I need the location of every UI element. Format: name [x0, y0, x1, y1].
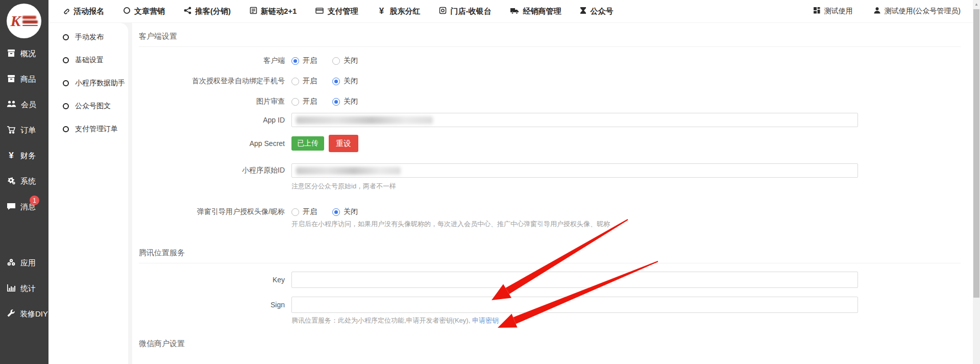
uploaded-button[interactable]: 已上传 [291, 136, 324, 151]
subnav-item-basic-settings[interactable]: 基础设置 [48, 48, 128, 71]
box-icon [7, 75, 16, 84]
radio-avatarpopup-on[interactable]: 开启 [291, 207, 317, 216]
nav-label: 股东分红 [389, 7, 420, 16]
sidebar-menu: 概况 商品 会员 订单 ¥ 财务 系统 消息 1 应用 [0, 41, 48, 327]
radio-bindphone-on[interactable]: 开启 [291, 77, 317, 86]
radio-icon[interactable] [332, 57, 340, 65]
sign-input[interactable] [291, 297, 858, 313]
field-label: 小程序原始ID [139, 166, 285, 175]
radio-client-on[interactable]: 开启 [291, 56, 317, 65]
sidebar-label: 商品 [20, 75, 36, 84]
field-label: 弹窗引导用户授权头像/昵称 [139, 207, 285, 216]
nav-item-account-admin[interactable]: 测试使用(公众号管理员) [873, 7, 961, 16]
subnav-label: 手动发布 [75, 33, 104, 42]
subnav-item-payment-orders[interactable]: 支付管理订单 [48, 117, 128, 140]
nav-item-article-marketing[interactable]: 文章营销 [123, 7, 165, 16]
scrollbar-thumb[interactable] [973, 9, 979, 298]
sidebar-item-orders[interactable]: 订单 [0, 117, 48, 143]
circle-o-icon [63, 80, 69, 86]
radio-avatarpopup-off[interactable]: 关闭 [332, 207, 358, 216]
grid-icon [813, 7, 821, 16]
radio-imagereview-on[interactable]: 开启 [291, 97, 317, 106]
radio-selected-icon[interactable] [332, 78, 340, 85]
nav-label: 测试使用 [824, 7, 853, 16]
yen-icon: ¥ [377, 6, 386, 16]
subnav-item-official-account-articles[interactable]: 公众号图文 [48, 94, 128, 117]
radio-icon[interactable] [291, 78, 299, 85]
logo-letter: K [10, 13, 20, 29]
sidebar-item-members[interactable]: 会员 [0, 92, 48, 117]
sidebar-label: 统计 [20, 284, 36, 294]
nav-item-payment-mgmt[interactable]: 支付管理 [315, 7, 358, 16]
reset-button[interactable]: 重设 [329, 135, 358, 152]
field-label: Sign [139, 301, 285, 309]
sidebar-item-system[interactable]: 系统 [0, 168, 48, 194]
radio-selected-icon[interactable] [332, 208, 340, 216]
yen-icon: ¥ [7, 151, 16, 161]
field-label: App ID [139, 116, 285, 124]
user-icon [873, 7, 881, 16]
sidebar-spacer [0, 220, 48, 250]
logo-text-lines [22, 16, 38, 26]
nav-label: 门店-收银台 [450, 7, 491, 16]
nav-label: 公众号 [590, 7, 613, 16]
nav-item-shareholder-dividend[interactable]: ¥ 股东分红 [377, 6, 420, 16]
form-row-key: Key [139, 272, 961, 288]
radio-bindphone-off[interactable]: 关闭 [332, 77, 358, 86]
subnav-label: 基础设置 [75, 56, 104, 65]
subnav-label: 公众号图文 [75, 102, 111, 111]
brand-logo[interactable]: K [7, 4, 41, 38]
sidebar-item-products[interactable]: 商品 [0, 66, 48, 92]
nav-label: 推客(分销) [195, 7, 231, 16]
sidebar-item-decorate-diy[interactable]: 装修DIY [0, 301, 48, 327]
nav-label: 新链动2+1 [261, 7, 297, 16]
radio-icon[interactable] [291, 98, 299, 106]
sidebar-item-finance[interactable]: ¥ 财务 [0, 143, 48, 168]
subnav-item-miniprogram-data-assistant[interactable]: 小程序数据助手 [48, 71, 128, 94]
field-label: App Secret [139, 139, 285, 148]
apps-icon [7, 258, 16, 268]
nav-item-test-use[interactable]: 测试使用 [813, 7, 853, 16]
sidebar-item-messages[interactable]: 消息 1 [0, 194, 48, 220]
nav-label: 支付管理 [327, 7, 358, 16]
radio-client-off[interactable]: 关闭 [332, 56, 358, 65]
navbar-right: 测试使用 测试使用(公众号管理员) [793, 7, 961, 16]
app-id-input[interactable] [291, 113, 858, 127]
settings-panel: 客户端设置 客户端 开启 关闭 首次授权登录自动绑定手机号 开启 关闭 图片审查… [132, 23, 973, 364]
scroll-up-arrow[interactable]: ▲ [973, 0, 980, 8]
users-icon [7, 100, 16, 109]
nav-item-activity-signup[interactable]: 活动报名 [62, 7, 104, 16]
sidebar-item-apps[interactable]: 应用 [0, 250, 48, 276]
nav-item-promoter[interactable]: 推客(分销) [184, 7, 231, 16]
sub-sidebar: 手动发布 基础设置 小程序数据助手 公众号图文 支付管理订单 [48, 23, 128, 364]
top-navbar: 活动报名 文章营销 推客(分销) 新链动2+1 支付管理 ¥ 股东分红 门店-收… [48, 0, 973, 23]
radio-imagereview-off[interactable]: 关闭 [332, 97, 358, 106]
sidebar-label: 应用 [20, 258, 36, 268]
nav-item-distributor-mgmt[interactable]: 经销商管理 [510, 7, 561, 16]
tencent-help: 腾讯位置服务：此处为小程序定位功能,申请开发者密钥(Key), 申请密钥 [291, 316, 961, 325]
chart-icon [7, 284, 16, 294]
comment-icon [7, 202, 16, 212]
nav-item-official-account[interactable]: 公众号 [580, 7, 613, 16]
nav-item-store-cashier[interactable]: 门店-收银台 [439, 7, 491, 16]
radio-selected-icon[interactable] [291, 57, 299, 65]
key-input[interactable] [291, 272, 858, 288]
radio-selected-icon[interactable] [332, 98, 340, 106]
nav-item-new-chain[interactable]: 新链动2+1 [250, 7, 297, 16]
radio-icon[interactable] [291, 208, 299, 216]
subnav-label: 小程序数据助手 [75, 79, 125, 88]
list-icon [250, 7, 257, 16]
section-title-client-settings: 客户端设置 [139, 31, 961, 41]
circle-o-icon [63, 126, 69, 132]
apply-key-link[interactable]: 申请密钥 [472, 317, 499, 324]
message-count-badge: 1 [30, 196, 39, 205]
hourglass-icon [580, 7, 586, 16]
subnav-item-manual-publish[interactable]: 手动发布 [48, 26, 128, 48]
sidebar-item-statistics[interactable]: 统计 [0, 276, 48, 301]
vertical-scrollbar[interactable]: ▲ [973, 0, 980, 364]
form-row-image-review: 图片审查 开启 关闭 [139, 97, 961, 106]
nav-label: 文章营销 [134, 7, 165, 16]
nav-label: 测试使用(公众号管理员) [885, 7, 961, 16]
original-id-input[interactable] [291, 163, 858, 178]
sidebar-item-overview[interactable]: 概况 [0, 41, 48, 66]
